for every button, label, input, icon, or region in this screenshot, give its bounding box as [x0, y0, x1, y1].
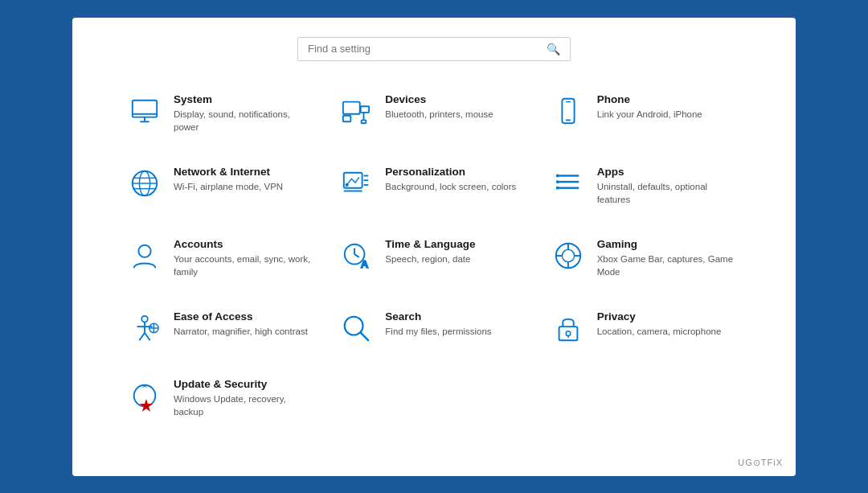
devices-desc: Bluetooth, printers, mouse [385, 108, 493, 121]
network-title: Network & Internet [174, 166, 283, 178]
setting-personalization[interactable]: Personalization Background, lock screen,… [332, 158, 535, 214]
svg-rect-50 [559, 327, 577, 340]
setting-network[interactable]: Network & Internet Wi-Fi, airplane mode,… [121, 158, 324, 214]
update-title: Update & Security [174, 378, 317, 390]
svg-line-43 [139, 333, 145, 341]
setting-ease[interactable]: Ease of Access Narrator, magnifier, high… [121, 302, 324, 354]
personalization-desc: Background, lock screen, colors [385, 180, 516, 193]
svg-line-44 [145, 333, 150, 341]
accounts-title: Accounts [174, 238, 317, 250]
svg-point-51 [566, 331, 571, 336]
svg-rect-5 [343, 115, 351, 121]
update-desc: Windows Update, recovery, backup [174, 392, 317, 418]
svg-line-32 [354, 254, 359, 257]
svg-point-40 [141, 316, 148, 323]
search-desc: Find my files, permissions [385, 325, 491, 338]
search-input[interactable] [308, 43, 547, 55]
svg-text:A: A [361, 258, 369, 270]
gaming-desc: Xbox Game Bar, captures, Game Mode [597, 253, 741, 278]
accounts-icon [127, 238, 162, 273]
setting-gaming[interactable]: Gaming Xbox Game Bar, captures, Game Mod… [544, 230, 747, 286]
setting-update[interactable]: ✭ Update & Security Windows Update, reco… [121, 370, 324, 426]
time-desc: Speech, region, date [385, 253, 475, 265]
search-bar[interactable]: 🔍 [297, 37, 571, 61]
devices-title: Devices [385, 93, 493, 105]
setting-system[interactable]: System Display, sound, notifications, po… [121, 85, 324, 142]
svg-point-18 [346, 183, 349, 186]
time-title: Time & Language [385, 238, 475, 250]
svg-point-35 [562, 249, 574, 261]
setting-search[interactable]: Search Find my files, permissions [332, 302, 535, 354]
setting-devices[interactable]: Devices Bluetooth, printers, mouse [332, 85, 535, 142]
phone-icon [551, 93, 586, 129]
privacy-title: Privacy [597, 310, 722, 323]
watermark: UG⊙TFiX [738, 458, 783, 468]
red-star-icon: ✭ [140, 399, 152, 413]
ease-desc: Narrator, magnifier, high contrast [174, 325, 308, 338]
setting-apps[interactable]: Apps Uninstall, defaults, optional featu… [544, 158, 747, 214]
svg-point-27 [555, 180, 559, 183]
svg-point-28 [555, 186, 559, 189]
svg-rect-8 [362, 120, 366, 123]
svg-rect-6 [361, 106, 369, 113]
svg-point-26 [555, 174, 559, 177]
system-icon [127, 93, 162, 129]
devices-icon [338, 93, 374, 129]
settings-grid: System Display, sound, notifications, po… [121, 85, 747, 427]
gaming-icon [551, 238, 586, 273]
search-title: Search [385, 310, 491, 323]
personalization-icon [338, 166, 374, 201]
personalization-title: Personalization [385, 166, 516, 178]
phone-desc: Link your Android, iPhone [597, 108, 702, 121]
svg-line-49 [361, 333, 369, 341]
network-desc: Wi-Fi, airplane mode, VPN [174, 180, 283, 193]
system-title: System [174, 93, 317, 105]
privacy-desc: Location, camera, microphone [597, 325, 722, 338]
accounts-desc: Your accounts, email, sync, work, family [174, 253, 317, 278]
search-setting-icon [338, 310, 374, 346]
apps-title: Apps [597, 166, 741, 178]
gaming-title: Gaming [597, 238, 741, 250]
setting-accounts[interactable]: Accounts Your accounts, email, sync, wor… [121, 230, 324, 286]
phone-title: Phone [597, 93, 702, 105]
setting-time[interactable]: A Time & Language Speech, region, date [332, 230, 535, 286]
ease-title: Ease of Access [174, 310, 308, 323]
update-icon: ✭ [127, 378, 162, 413]
apps-desc: Uninstall, defaults, optional features [597, 180, 741, 206]
svg-point-29 [138, 245, 150, 257]
ease-icon [127, 310, 162, 346]
search-icon: 🔍 [547, 43, 560, 55]
setting-phone[interactable]: Phone Link your Android, iPhone [544, 85, 747, 142]
time-icon: A [338, 238, 374, 273]
svg-rect-4 [343, 101, 360, 113]
network-icon [127, 166, 162, 201]
setting-privacy[interactable]: Privacy Location, camera, microphone [544, 302, 747, 354]
apps-icon [551, 166, 586, 201]
system-desc: Display, sound, notifications, power [174, 108, 317, 134]
settings-window: 🔍 System Display, sound, notifications, … [72, 18, 796, 476]
privacy-icon [551, 310, 586, 346]
